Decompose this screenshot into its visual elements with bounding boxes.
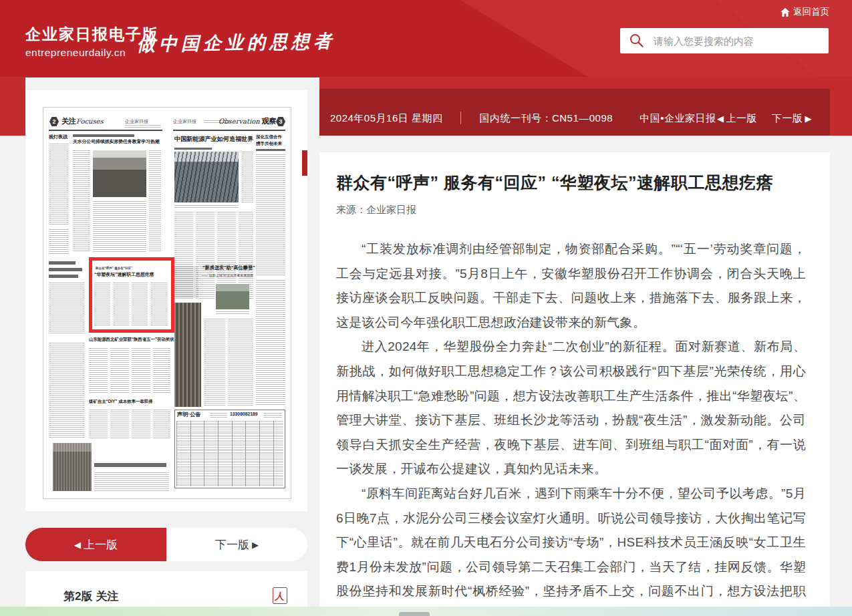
text-lines	[256, 280, 285, 406]
small-headline-bar	[49, 275, 78, 278]
left-column-header: 挑灯夜战	[49, 134, 67, 139]
article-title: 群众有“呼声” 服务有“回应” “华塑夜坛”速解职工思想疙瘩	[336, 172, 806, 192]
notices-title: 声明·公告	[177, 412, 201, 418]
text-lines	[132, 348, 150, 394]
right-masthead: 企业家日报	[173, 119, 196, 124]
right-page-rule	[173, 130, 285, 131]
paper-name: 中国•企业家日报	[640, 112, 716, 125]
text-lines	[49, 229, 69, 255]
sidebar-panel: 2 关注Focuses 企业家日报 挑灯夜战 天水分公司持续抓实形势任务教育学习…	[25, 90, 307, 511]
right-section-cn: 观察	[262, 117, 277, 125]
text-lines	[153, 410, 170, 439]
small-headline-bar	[256, 149, 285, 151]
small-headline-bar	[49, 268, 82, 271]
article-panel: 群众有“呼声” 服务有“回应” “华塑夜坛”速解职工思想疙瘩 来源：企业家日报 …	[319, 152, 830, 616]
issue-bar: 2024年05月16日 星期四 国内统一刊号：CN51—0098 中国•企业家日…	[319, 89, 830, 136]
next-arrow-icon: ▶	[252, 540, 259, 550]
notices-block: 声明·公告 13308082189	[174, 410, 285, 488]
text-lines	[228, 319, 253, 406]
text-lines	[73, 150, 90, 252]
bottom-strip	[0, 607, 852, 616]
text-lines	[89, 410, 108, 439]
newspaper-thumbnail[interactable]: 2 关注Focuses 企业家日报 挑灯夜战 天水分公司持续抓实形势任务教育学习…	[43, 107, 291, 499]
text-lines	[132, 283, 148, 327]
right-page-number-badge: 3	[276, 117, 285, 126]
text-lines	[153, 348, 170, 394]
text-lines	[89, 348, 108, 394]
text-lines	[204, 319, 225, 406]
text-lines	[256, 154, 285, 276]
text-lines	[110, 348, 129, 394]
search-box	[620, 28, 829, 53]
left-masthead: 企业家日报	[125, 119, 148, 124]
cables-photo	[174, 303, 201, 407]
text-lines	[174, 267, 198, 299]
prev-arrow-icon: ◀	[74, 540, 81, 550]
article-source: 来源：企业家日报	[336, 204, 806, 216]
crowd-photo	[53, 443, 92, 491]
page-pill-nav: ◀ 上一版 下一版 ▶	[25, 528, 307, 561]
sidebar-scrollbar-thumb[interactable]	[302, 150, 307, 176]
pdf-glyph: 人	[275, 591, 285, 601]
left-section-cn: 关注	[61, 117, 76, 125]
text-lines	[196, 212, 215, 300]
photo-caption-lines	[216, 311, 249, 314]
left-headline-3: 煤矿自主“DIY” 成本效率一举双得	[89, 400, 152, 404]
text-lines	[49, 343, 85, 438]
prev-page-button[interactable]: ◀ 上一版	[25, 528, 166, 561]
bottom-scroll-tab[interactable]	[399, 612, 430, 616]
right-col-header-1: 深化互信合作	[256, 134, 282, 139]
left-page-rule	[49, 130, 162, 131]
text-lines	[132, 410, 150, 439]
next-arrow-icon: ▶	[805, 114, 813, 124]
notices-info-lines	[263, 413, 282, 418]
right-col-header-2: 携手共创未来	[256, 141, 282, 146]
prev-page-label: 上一版	[726, 112, 758, 125]
search-input[interactable]	[652, 27, 829, 54]
issue-bar-nav: ◀ 上一版 下一版 ▶	[717, 112, 812, 125]
highlight-title-small: 群众有“呼声” 服务有“回应”	[96, 267, 132, 270]
text-lines	[94, 472, 169, 492]
issue-date: 2024年05月16日 星期四	[330, 112, 442, 125]
right-subtitle-2: ——“创新之城”经济高质量发展观察	[201, 274, 253, 277]
right-headline-2: “新质迸发”助“高位攀登”	[202, 265, 255, 271]
next-page-link[interactable]: 下一版 ▶	[772, 112, 812, 125]
text-lines	[113, 283, 129, 327]
prev-page-link[interactable]: ◀ 上一版	[717, 112, 757, 125]
article-body: “工装发放标准调剂由经管部制定，物资部配合采购。”“‘五一’劳动奖章问题，工会与…	[336, 237, 806, 616]
text-lines	[94, 283, 110, 327]
meeting-photo	[93, 150, 146, 197]
notices-phone: 13308082189	[230, 412, 258, 417]
right-section-title: Observation 观察	[219, 118, 277, 126]
text-lines	[110, 410, 129, 439]
small-headline-bar	[49, 261, 76, 265]
next-page-button[interactable]: 下一版 ▶	[166, 528, 307, 561]
text-lines	[149, 150, 161, 252]
right-page-number: 3	[279, 118, 282, 125]
right-section-en: Observation	[219, 118, 260, 125]
home-link[interactable]: 返回首页	[780, 6, 829, 18]
solar-panels-photo	[174, 152, 239, 202]
left-section-title: 关注Focuses	[61, 118, 104, 126]
left-page-number: 2	[52, 118, 55, 125]
prev-page-button-label: 上一版	[84, 537, 118, 553]
text-lines	[93, 201, 146, 253]
left-headline-2: 山东能源西北矿业荣获“陕西省五一”劳动奖状	[89, 337, 174, 342]
left-masthead-info-lines	[125, 125, 161, 128]
page-card-label[interactable]: 第2版 关注	[63, 589, 118, 604]
home-link-label: 返回首页	[793, 6, 829, 18]
prev-arrow-icon: ◀	[717, 114, 724, 124]
kicker-line	[73, 134, 134, 137]
publication-number: 国内统一刊号：CN51—0098	[479, 112, 613, 125]
text-lines	[241, 152, 253, 202]
pdf-icon[interactable]: 人	[273, 587, 287, 604]
home-icon	[780, 8, 790, 17]
left-headline-1: 天水分公司持续抓实形势任务教育学习热潮	[73, 139, 160, 144]
search-icon[interactable]	[629, 33, 644, 48]
article-paragraph: 进入2024年，华塑股份全力奔赴“二次创业”的新征程。面对新赛道、新布局、新挑战…	[336, 335, 806, 482]
text-lines	[150, 283, 168, 327]
article-paragraph: “工装发放标准调剂由经管部制定，物资部配合采购。”“‘五一’劳动奖章问题，工会与…	[336, 237, 806, 335]
highlight-title: “华塑夜坛”速解职工思想疙瘩	[94, 272, 154, 277]
left-page-number-badge: 2	[49, 117, 59, 126]
article-paragraph: “原料车间距离站台好几百米，遇到下雨乘车十分不便，望公司予以考虑。”5月6日晚7…	[336, 482, 806, 616]
